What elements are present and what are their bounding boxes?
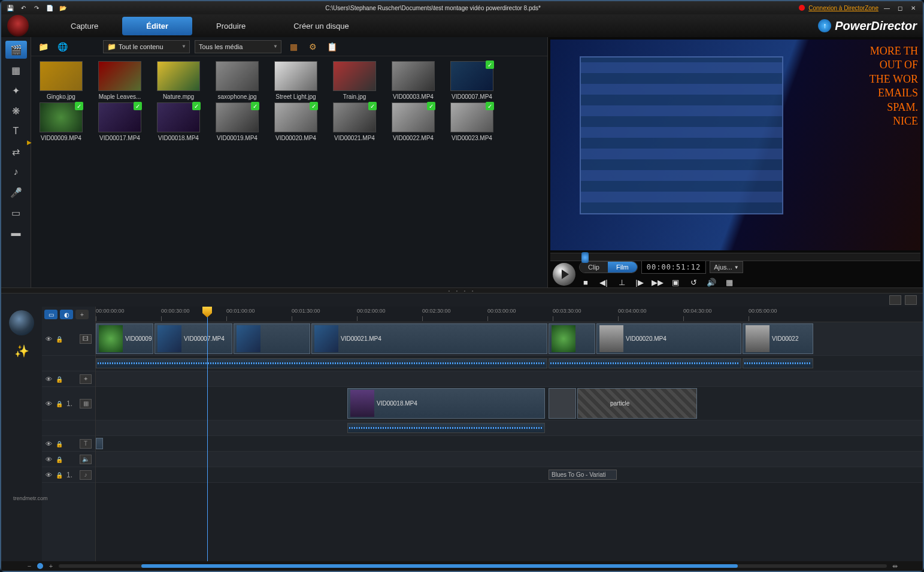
audio-waveform[interactable] bbox=[96, 358, 547, 368]
next-frame-button[interactable]: |▶ bbox=[633, 276, 646, 288]
media-thumbnail[interactable]: ✓ bbox=[98, 102, 141, 132]
room-media[interactable]: 🎬 bbox=[5, 41, 27, 59]
track-head-voice[interactable]: 🔈 bbox=[42, 452, 95, 467]
media-item[interactable]: ✓VID00021.MP4 bbox=[328, 102, 381, 141]
directorzone-link[interactable]: Connexion à DirectorZone bbox=[808, 5, 878, 11]
media-item[interactable]: ✓VID00019.MP4 bbox=[211, 102, 263, 141]
magic-wizard-button[interactable] bbox=[9, 310, 34, 335]
zoom-in-button[interactable]: + bbox=[47, 562, 55, 570]
new-icon[interactable]: 📄 bbox=[46, 4, 54, 12]
media-thumbnail[interactable]: ✓ bbox=[274, 102, 317, 132]
timeline-clip[interactable]: VID00021.MP4 bbox=[311, 323, 547, 354]
media-thumbnail[interactable] bbox=[392, 61, 435, 91]
media-thumbnail[interactable]: ✓ bbox=[450, 102, 493, 132]
track-pip1[interactable]: VID00018.MP4particle bbox=[96, 387, 923, 420]
fast-forward-button[interactable]: ▶▶ bbox=[651, 276, 664, 288]
track-head-pip1[interactable]: 1.▦ bbox=[42, 387, 95, 420]
view-details-icon[interactable]: ⚙ bbox=[305, 40, 320, 53]
room-transition[interactable]: ⇄ bbox=[5, 143, 27, 161]
timeline-clip[interactable]: VID00018.MP4 bbox=[347, 388, 545, 419]
track-head-audio1[interactable] bbox=[42, 356, 95, 371]
mode-film[interactable]: Film bbox=[608, 262, 637, 273]
open-icon[interactable]: 📂 bbox=[59, 4, 67, 12]
room-voice[interactable]: 🎤 bbox=[5, 183, 27, 201]
view-thumbnails-icon[interactable]: ▦ bbox=[286, 40, 301, 53]
rail-expand-icon[interactable]: ▶ bbox=[27, 139, 32, 146]
import-web-icon[interactable]: 🌐 bbox=[55, 40, 69, 53]
snapshot-button[interactable]: ▣ bbox=[669, 276, 682, 288]
close-button[interactable]: ✕ bbox=[908, 4, 918, 12]
app-logo-icon[interactable] bbox=[7, 15, 29, 37]
mode-clip[interactable]: Clip bbox=[580, 262, 608, 273]
storyboard-view-button[interactable] bbox=[905, 295, 917, 305]
music-clip[interactable]: Blues To Go - Variati bbox=[549, 470, 617, 480]
room-subtitle[interactable]: ▬ bbox=[5, 224, 27, 242]
track-audio1[interactable] bbox=[96, 356, 923, 371]
media-item[interactable]: ✓VID00020.MP4 bbox=[269, 102, 322, 141]
undo-icon[interactable]: ↶ bbox=[19, 4, 28, 12]
media-item[interactable]: ✓VID00017.MP4 bbox=[93, 102, 146, 141]
folder-filter-select[interactable]: Tout le contenu bbox=[103, 40, 190, 53]
media-item[interactable]: ✓VID00007.MP4 bbox=[446, 61, 498, 100]
redo-icon[interactable]: ↷ bbox=[32, 4, 41, 12]
media-thumbnail[interactable] bbox=[98, 61, 141, 91]
import-folder-icon[interactable]: 📁 bbox=[36, 40, 50, 53]
scrub-handle[interactable] bbox=[581, 252, 589, 263]
media-thumbnail[interactable]: ✓ bbox=[157, 102, 200, 132]
timeline-clip[interactable]: VID00007.MP4 bbox=[154, 323, 232, 354]
media-item[interactable]: Maple Leaves... bbox=[93, 61, 146, 100]
room-title[interactable]: T bbox=[5, 122, 27, 140]
timeline-clip[interactable]: VID00009 bbox=[96, 323, 153, 354]
track-head-music[interactable]: 1.♪ bbox=[42, 467, 95, 483]
loop-button[interactable]: ↺ bbox=[687, 276, 700, 288]
media-item[interactable]: Nature.mpg bbox=[152, 61, 205, 100]
media-item[interactable]: Train.jpg bbox=[328, 61, 381, 100]
media-thumbnail[interactable]: ✓ bbox=[450, 61, 493, 91]
timeline-clip[interactable]: VID00022 bbox=[743, 323, 813, 354]
maximize-button[interactable]: ◻ bbox=[895, 4, 905, 12]
media-thumbnail[interactable]: ✓ bbox=[40, 102, 83, 132]
room-effects[interactable]: ▦ bbox=[5, 61, 27, 79]
track-head-fx[interactable]: ✦ bbox=[42, 371, 95, 387]
media-thumbnail[interactable] bbox=[40, 61, 83, 91]
track-fx[interactable] bbox=[96, 371, 923, 387]
timeline-ruler[interactable]: 00:00:00:0000:00:30:0000:01:00:0000:01:3… bbox=[96, 307, 923, 322]
media-item[interactable]: Street Light.jpg bbox=[269, 61, 322, 100]
scroll-thumb[interactable] bbox=[141, 564, 738, 568]
room-particle[interactable]: ❋ bbox=[5, 102, 27, 120]
magic-tools-button[interactable]: ✨ bbox=[13, 343, 30, 359]
track-music[interactable]: Blues To Go - Variati bbox=[96, 467, 923, 483]
track-head-title[interactable]: T bbox=[42, 436, 95, 452]
fit-select[interactable]: Ajus...▼ bbox=[710, 261, 743, 273]
timeline-mode-video[interactable]: ▭ bbox=[44, 310, 57, 319]
tab-disc[interactable]: Créer un disque bbox=[269, 17, 373, 35]
minimize-button[interactable]: — bbox=[882, 4, 892, 12]
tab-edit[interactable]: Éditer bbox=[122, 17, 192, 35]
media-thumbnail[interactable] bbox=[216, 61, 259, 91]
tab-produce[interactable]: Produire bbox=[192, 17, 269, 35]
fit-timeline-button[interactable]: ⇹ bbox=[890, 562, 899, 570]
track-head-pip1-audio[interactable] bbox=[42, 420, 95, 436]
track-video1[interactable]: VID00009VID00007.MP4VID00021.MP4VID00020… bbox=[96, 322, 923, 356]
preview-canvas[interactable]: MORE TH OUT OF THE WOR EMAILS SPAM. NICE bbox=[550, 40, 920, 250]
media-thumbnail[interactable]: ✓ bbox=[392, 102, 435, 132]
step-button[interactable]: ⊥ bbox=[615, 276, 628, 288]
save-icon[interactable]: 💾 bbox=[6, 4, 14, 12]
play-button[interactable] bbox=[553, 263, 575, 286]
library-menu-icon[interactable]: 📋 bbox=[325, 40, 339, 53]
preview-mode-toggle[interactable]: Clip Film bbox=[579, 261, 638, 273]
media-item[interactable]: ✓VID00023.MP4 bbox=[446, 102, 498, 141]
timeline-scrollbar[interactable]: − + ⇹ bbox=[1, 561, 923, 571]
media-item[interactable]: ✓VID00018.MP4 bbox=[152, 102, 205, 141]
room-pip[interactable]: ✦ bbox=[5, 81, 27, 99]
volume-button[interactable]: 🔊 bbox=[705, 276, 718, 288]
room-audio[interactable]: ♪ bbox=[5, 163, 27, 181]
track-pip1-audio[interactable] bbox=[96, 420, 923, 436]
timeline-clip[interactable] bbox=[549, 388, 576, 419]
preview-scrubber[interactable] bbox=[550, 253, 920, 261]
particle-clip[interactable]: particle bbox=[577, 388, 697, 419]
playhead[interactable] bbox=[207, 307, 208, 561]
timeline-clip[interactable] bbox=[234, 323, 310, 354]
track-head-video1[interactable]: 🎞 bbox=[42, 322, 95, 356]
media-item[interactable]: VID00003.MP4 bbox=[387, 61, 440, 100]
